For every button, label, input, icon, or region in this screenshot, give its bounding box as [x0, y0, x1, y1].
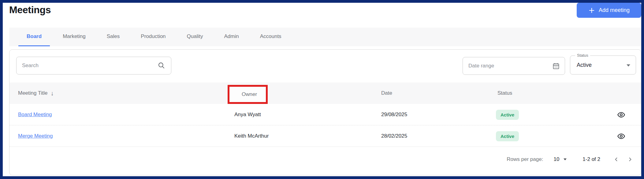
tab-admin[interactable]: Admin: [216, 28, 247, 46]
owner-cell: Anya Wyatt: [234, 104, 261, 125]
dropdown-caret-icon[interactable]: [564, 158, 567, 160]
eye-icon: [617, 111, 625, 119]
arrow-down-icon[interactable]: ↓: [50, 90, 54, 97]
search-icon: [158, 62, 166, 70]
search-box: [16, 57, 171, 74]
column-header-owner[interactable]: Owner: [242, 91, 257, 97]
column-header-meeting-title[interactable]: Meeting Title ↓: [18, 82, 54, 104]
tab-board-label: Board: [27, 33, 42, 40]
status-select[interactable]: Status Active: [570, 55, 636, 74]
column-header-status[interactable]: Status: [497, 82, 512, 104]
table-row: Board Meeting Anya Wyatt 29/08/2025 Acti…: [9, 104, 641, 125]
column-header-date-label: Date: [381, 90, 392, 96]
add-meeting-label: Add meeting: [599, 7, 630, 13]
status-badge: Active: [496, 110, 519, 120]
calendar-icon[interactable]: [552, 62, 560, 70]
column-header-meeting-title-label: Meeting Title: [18, 90, 47, 96]
annotation-box-owner: Owner: [228, 85, 268, 104]
tab-admin-label: Admin: [224, 33, 239, 40]
tab-production[interactable]: Production: [132, 28, 174, 46]
tab-marketing-label: Marketing: [63, 33, 86, 40]
search-input[interactable]: [22, 63, 158, 69]
page-title: Meetings: [9, 3, 51, 17]
meeting-title-link[interactable]: Board Meeting: [18, 112, 52, 118]
tab-accounts-label: Accounts: [260, 33, 281, 40]
tab-board[interactable]: Board: [18, 28, 50, 46]
plus-icon: [588, 7, 595, 14]
status-select-value: Active: [577, 56, 592, 74]
date-range-box: [463, 57, 565, 75]
view-meeting-button[interactable]: [617, 125, 625, 147]
tab-sales[interactable]: Sales: [99, 28, 128, 46]
tab-quality-label: Quality: [187, 33, 203, 40]
add-meeting-button[interactable]: Add meeting: [577, 3, 641, 18]
rows-per-page-value[interactable]: 10: [553, 156, 559, 162]
date-cell: 28/02/2025: [381, 125, 407, 147]
tab-accounts[interactable]: Accounts: [252, 28, 290, 46]
view-meeting-button[interactable]: [617, 104, 625, 125]
column-header-status-label: Status: [497, 90, 512, 96]
table-header: Meeting Title ↓ Owner Date Status: [9, 82, 641, 104]
eye-icon: [617, 132, 625, 140]
dropdown-triangle-icon: [627, 64, 630, 67]
pagination: Rows per page: 10 1-2 of 2: [507, 153, 633, 166]
meetings-page: Meetings Add meeting Board Marketing Sal…: [0, 0, 644, 179]
rows-per-page-label: Rows per page:: [507, 156, 543, 162]
column-header-date[interactable]: Date: [381, 82, 392, 104]
department-tabs: Board Marketing Sales Production Quality…: [9, 28, 641, 46]
tab-quality[interactable]: Quality: [179, 28, 211, 46]
meeting-title-link[interactable]: Merge Meeting: [18, 133, 53, 139]
meetings-card: Status Active Meeting Title ↓ Owner Date…: [9, 49, 641, 175]
table-row: Merge Meeting Keith McArthur 28/02/2025 …: [9, 125, 641, 147]
next-page-button[interactable]: [627, 157, 633, 162]
date-range-input[interactable]: [468, 63, 552, 69]
pagination-range-label: 1-2 of 2: [583, 156, 600, 162]
owner-cell: Keith McArthur: [234, 125, 269, 147]
status-badge: Active: [496, 131, 519, 141]
previous-page-button[interactable]: [614, 157, 619, 162]
date-cell: 29/08/2025: [381, 104, 407, 125]
tab-sales-label: Sales: [107, 33, 120, 40]
tab-production-label: Production: [141, 33, 166, 40]
tab-marketing[interactable]: Marketing: [54, 28, 94, 46]
